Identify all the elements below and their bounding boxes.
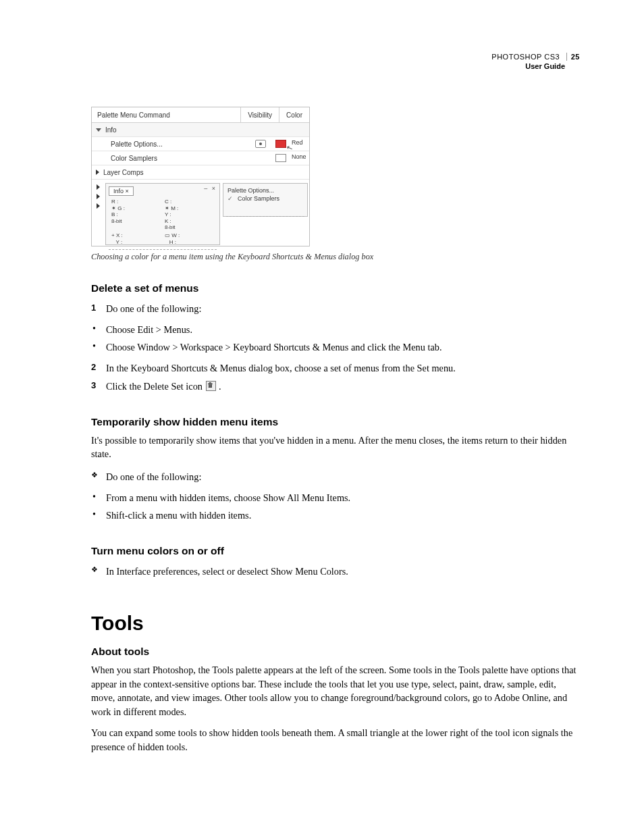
collapse-icon bbox=[96, 170, 99, 175]
product-name: PHOTOSHOP CS3 bbox=[491, 53, 560, 61]
info-palette: Info × – × R : ✶ G : B : 8-bit C : ✶ M :… bbox=[105, 183, 220, 245]
diamond-item: Do one of the following: bbox=[91, 468, 580, 486]
color-swatch-none bbox=[275, 154, 286, 162]
paragraph: It's possible to temporarily show items … bbox=[91, 434, 580, 461]
row-color-samplers: Color Samplers None bbox=[92, 151, 309, 165]
well-icon bbox=[97, 203, 100, 209]
step-item: 3Click the Delete Set icon . bbox=[91, 377, 580, 396]
expand-icon bbox=[96, 128, 101, 132]
info-tab: Info × bbox=[109, 186, 134, 196]
heading-about-tools: About tools bbox=[91, 646, 580, 658]
heading-delete-menus: Delete a set of menus bbox=[91, 282, 580, 294]
panel-well bbox=[92, 182, 104, 246]
menu-palette-options: Palette Options... bbox=[226, 186, 304, 194]
header-subtitle: User Guide bbox=[491, 62, 580, 72]
col-color: Color bbox=[279, 107, 309, 122]
col-palette-menu: Palette Menu Command bbox=[92, 111, 176, 119]
page-number: 25 bbox=[566, 53, 580, 61]
bullet-item: Choose Edit > Menus. bbox=[91, 321, 580, 339]
bullet-item: Shift-click a menu with hidden items. bbox=[91, 506, 580, 525]
col-visibility: Visibility bbox=[240, 107, 279, 122]
menu-color-samplers: Color Samplers bbox=[226, 194, 304, 203]
bullet-item: Choose Window > Workspace > Keyboard Sho… bbox=[91, 338, 580, 357]
step-item: 1Do one of the following: bbox=[91, 300, 580, 318]
color-swatch-red bbox=[275, 140, 286, 148]
figure-dialog-preview: Palette Menu Command Visibility Color In… bbox=[91, 107, 310, 246]
diamond-item: In Interface preferences, select or dese… bbox=[91, 563, 580, 581]
bullet-item: From a menu with hidden items, choose Sh… bbox=[91, 489, 580, 507]
visibility-icon bbox=[255, 140, 266, 148]
heading-menu-colors: Turn menu colors on or off bbox=[91, 545, 580, 557]
heading-tools: Tools bbox=[91, 612, 580, 635]
step-item: 2In the Keyboard Shortcuts & Menus dialo… bbox=[91, 359, 580, 377]
flyout-menu: Palette Options... Color Samplers bbox=[223, 183, 308, 217]
running-header: PHOTOSHOP CS3 25 User Guide bbox=[491, 53, 580, 72]
row-palette-options: Palette Options... Red ↖ bbox=[92, 137, 309, 151]
well-icon bbox=[97, 184, 100, 190]
paragraph: When you start Photoshop, the Tools pale… bbox=[91, 663, 580, 719]
figure-columns: Palette Menu Command Visibility Color bbox=[92, 107, 309, 123]
heading-show-hidden: Temporarily show hidden menu items bbox=[91, 416, 580, 428]
row-info: Info bbox=[92, 123, 309, 137]
paragraph: You can expand some tools to show hidden… bbox=[91, 726, 580, 754]
color-label-red: Red bbox=[292, 139, 311, 146]
figure-caption: Choosing a color for a menu item using t… bbox=[91, 252, 580, 262]
window-controls: – × bbox=[204, 185, 217, 192]
delete-set-icon bbox=[206, 381, 216, 391]
color-label-none: None bbox=[292, 153, 311, 160]
row-layer-comps: Layer Comps bbox=[92, 165, 309, 180]
well-icon bbox=[97, 194, 100, 199]
